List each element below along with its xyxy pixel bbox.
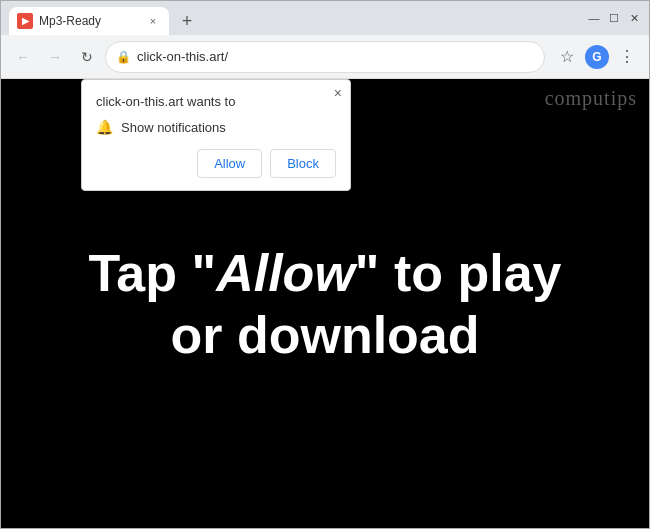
- window-controls: — ☐ ✕: [587, 11, 641, 25]
- popup-notification-row: 🔔 Show notifications: [96, 119, 336, 135]
- tab-title: Mp3-Ready: [39, 14, 139, 28]
- browser-content: Tap "Allow" to play or download computip…: [1, 79, 649, 528]
- lock-icon: 🔒: [116, 50, 131, 64]
- browser-toolbar: ← → ↻ 🔒 click-on-this.art/ ☆ G ⋮: [1, 35, 649, 79]
- user-avatar: G: [585, 45, 609, 69]
- bookmark-button[interactable]: ☆: [553, 43, 581, 71]
- back-button[interactable]: ←: [9, 43, 37, 71]
- notification-label: Show notifications: [121, 120, 226, 135]
- forward-button[interactable]: →: [41, 43, 69, 71]
- new-tab-button[interactable]: +: [173, 7, 201, 35]
- url-text: click-on-this.art/: [137, 49, 534, 64]
- block-button[interactable]: Block: [270, 149, 336, 178]
- browser-window: ▶ Mp3-Ready × + — ☐ ✕ ← → ↻ 🔒 click-on-t…: [0, 0, 650, 529]
- page-text-line1: Tap "Allow" to play: [88, 242, 561, 304]
- allow-button[interactable]: Allow: [197, 149, 262, 178]
- menu-button[interactable]: ⋮: [613, 43, 641, 71]
- popup-buttons: Allow Block: [96, 149, 336, 178]
- allow-word: Allow: [216, 244, 355, 302]
- watermark: computips: [545, 87, 637, 110]
- maximize-button[interactable]: ☐: [607, 11, 621, 25]
- refresh-button[interactable]: ↻: [73, 43, 101, 71]
- close-button[interactable]: ✕: [627, 11, 641, 25]
- avatar-button[interactable]: G: [583, 43, 611, 71]
- tab-close-button[interactable]: ×: [145, 13, 161, 29]
- popup-title: click-on-this.art wants to: [96, 94, 336, 109]
- titlebar: ▶ Mp3-Ready × + — ☐ ✕: [1, 1, 649, 35]
- address-bar[interactable]: 🔒 click-on-this.art/: [105, 41, 545, 73]
- toolbar-actions: ☆ G ⋮: [553, 43, 641, 71]
- popup-close-button[interactable]: ×: [334, 86, 342, 100]
- active-tab[interactable]: ▶ Mp3-Ready ×: [9, 7, 169, 35]
- page-text-line2: or download: [170, 305, 479, 365]
- minimize-button[interactable]: —: [587, 11, 601, 25]
- tab-favicon: ▶: [17, 13, 33, 29]
- notification-popup: × click-on-this.art wants to 🔔 Show noti…: [81, 79, 351, 191]
- tab-area: ▶ Mp3-Ready × +: [9, 1, 579, 35]
- bell-icon: 🔔: [96, 119, 113, 135]
